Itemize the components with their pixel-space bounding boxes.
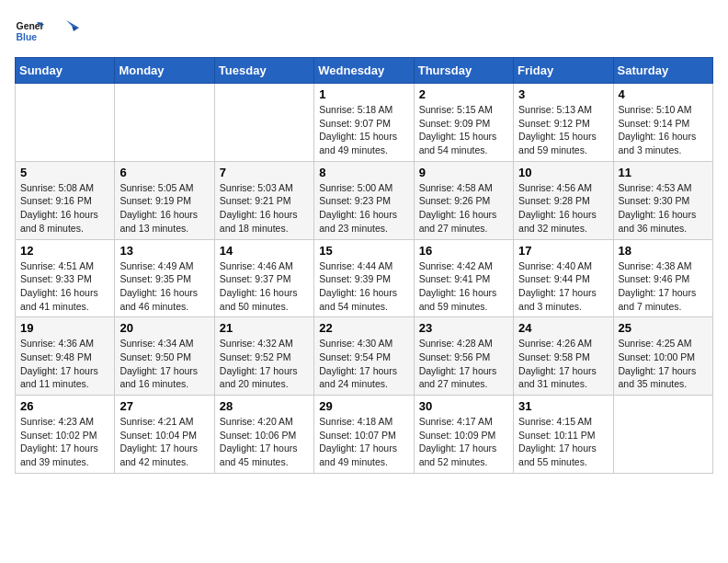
calendar-cell [16, 84, 115, 162]
day-number: 19 [20, 321, 109, 335]
calendar-cell: 27Sunrise: 4:21 AM Sunset: 10:04 PM Dayl… [115, 396, 214, 474]
column-header-friday: Friday [514, 58, 613, 84]
calendar-body: 1Sunrise: 5:18 AM Sunset: 9:07 PM Daylig… [16, 84, 713, 474]
day-number: 28 [220, 399, 309, 413]
day-info: Sunrise: 4:42 AM Sunset: 9:41 PM Dayligh… [419, 259, 508, 314]
calendar-week-row: 19Sunrise: 4:36 AM Sunset: 9:48 PM Dayli… [16, 317, 713, 396]
day-number: 15 [319, 244, 408, 258]
day-info: Sunrise: 4:53 AM Sunset: 9:30 PM Dayligh… [619, 181, 708, 236]
calendar-cell: 9Sunrise: 4:58 AM Sunset: 9:26 PM Daylig… [414, 161, 513, 239]
column-header-thursday: Thursday [414, 58, 513, 84]
day-number: 26 [20, 399, 109, 413]
day-info: Sunrise: 5:15 AM Sunset: 9:09 PM Dayligh… [419, 103, 508, 157]
day-number: 13 [119, 244, 209, 258]
calendar-cell: 17Sunrise: 4:40 AM Sunset: 9:44 PM Dayli… [514, 239, 613, 317]
day-info: Sunrise: 5:13 AM Sunset: 9:12 PM Dayligh… [518, 103, 608, 157]
day-number: 20 [119, 321, 209, 335]
calendar-cell [115, 84, 214, 162]
day-info: Sunrise: 4:26 AM Sunset: 9:58 PM Dayligh… [518, 337, 608, 391]
day-info: Sunrise: 5:10 AM Sunset: 9:14 PM Dayligh… [619, 103, 708, 157]
calendar-header-row: SundayMondayTuesdayWednesdayThursdayFrid… [16, 58, 713, 84]
calendar-cell: 1Sunrise: 5:18 AM Sunset: 9:07 PM Daylig… [314, 84, 414, 162]
calendar-cell: 29Sunrise: 4:18 AM Sunset: 10:07 PM Dayl… [314, 396, 414, 474]
calendar-cell: 14Sunrise: 4:46 AM Sunset: 9:37 PM Dayli… [214, 239, 313, 317]
day-number: 1 [319, 87, 408, 101]
day-info: Sunrise: 4:51 AM Sunset: 9:33 PM Dayligh… [20, 259, 109, 314]
day-number: 29 [319, 399, 408, 413]
column-header-saturday: Saturday [613, 58, 712, 84]
calendar-cell [613, 396, 712, 474]
calendar-cell: 21Sunrise: 4:32 AM Sunset: 9:52 PM Dayli… [214, 317, 313, 396]
calendar-cell: 8Sunrise: 5:00 AM Sunset: 9:23 PM Daylig… [314, 161, 414, 239]
day-number: 9 [419, 166, 508, 179]
day-number: 27 [119, 399, 209, 413]
day-info: Sunrise: 4:20 AM Sunset: 10:06 PM Daylig… [220, 415, 309, 469]
calendar-cell: 3Sunrise: 5:13 AM Sunset: 9:12 PM Daylig… [514, 84, 613, 162]
day-number: 30 [419, 399, 508, 413]
svg-text:Blue: Blue [17, 32, 38, 42]
calendar-cell: 19Sunrise: 4:36 AM Sunset: 9:48 PM Dayli… [16, 317, 115, 396]
day-number: 8 [319, 166, 408, 179]
calendar-cell: 2Sunrise: 5:15 AM Sunset: 9:09 PM Daylig… [414, 84, 513, 162]
calendar-week-row: 12Sunrise: 4:51 AM Sunset: 9:33 PM Dayli… [16, 239, 713, 317]
day-number: 6 [119, 166, 209, 179]
day-info: Sunrise: 4:21 AM Sunset: 10:04 PM Daylig… [119, 415, 209, 469]
day-info: Sunrise: 5:00 AM Sunset: 9:23 PM Dayligh… [319, 181, 408, 236]
column-header-tuesday: Tuesday [214, 58, 313, 84]
calendar-week-row: 1Sunrise: 5:18 AM Sunset: 9:07 PM Daylig… [16, 84, 713, 162]
calendar-cell: 13Sunrise: 4:49 AM Sunset: 9:35 PM Dayli… [115, 239, 214, 317]
day-info: Sunrise: 4:25 AM Sunset: 10:00 PM Daylig… [619, 337, 708, 391]
day-number: 7 [220, 166, 309, 179]
day-info: Sunrise: 4:38 AM Sunset: 9:46 PM Dayligh… [619, 259, 708, 314]
day-number: 21 [220, 321, 309, 335]
day-info: Sunrise: 4:32 AM Sunset: 9:52 PM Dayligh… [220, 337, 309, 391]
logo-icon: General Blue [15, 17, 44, 46]
day-number: 4 [619, 87, 708, 101]
day-number: 23 [419, 321, 508, 335]
day-number: 25 [619, 321, 708, 335]
day-info: Sunrise: 4:49 AM Sunset: 9:35 PM Dayligh… [119, 259, 209, 314]
calendar-cell: 16Sunrise: 4:42 AM Sunset: 9:41 PM Dayli… [414, 239, 513, 317]
header: General Blue [15, 15, 713, 48]
column-header-monday: Monday [115, 58, 214, 84]
day-info: Sunrise: 5:05 AM Sunset: 9:19 PM Dayligh… [119, 181, 209, 236]
day-number: 5 [20, 166, 109, 179]
day-info: Sunrise: 4:30 AM Sunset: 9:54 PM Dayligh… [319, 337, 408, 391]
column-header-wednesday: Wednesday [314, 58, 414, 84]
calendar-cell: 18Sunrise: 4:38 AM Sunset: 9:46 PM Dayli… [613, 239, 712, 317]
calendar-cell: 7Sunrise: 5:03 AM Sunset: 9:21 PM Daylig… [214, 161, 313, 239]
day-info: Sunrise: 4:15 AM Sunset: 10:11 PM Daylig… [518, 415, 608, 469]
calendar-cell: 6Sunrise: 5:05 AM Sunset: 9:19 PM Daylig… [115, 161, 214, 239]
calendar-cell: 22Sunrise: 4:30 AM Sunset: 9:54 PM Dayli… [314, 317, 414, 396]
calendar-cell: 4Sunrise: 5:10 AM Sunset: 9:14 PM Daylig… [613, 84, 712, 162]
day-info: Sunrise: 4:23 AM Sunset: 10:02 PM Daylig… [20, 415, 109, 469]
day-number: 14 [220, 244, 309, 258]
day-number: 16 [419, 244, 508, 258]
day-info: Sunrise: 4:44 AM Sunset: 9:39 PM Dayligh… [319, 259, 408, 314]
calendar-cell: 23Sunrise: 4:28 AM Sunset: 9:56 PM Dayli… [414, 317, 513, 396]
day-number: 3 [518, 87, 608, 101]
day-info: Sunrise: 4:36 AM Sunset: 9:48 PM Dayligh… [20, 337, 109, 391]
day-number: 18 [619, 244, 708, 258]
calendar-cell: 11Sunrise: 4:53 AM Sunset: 9:30 PM Dayli… [613, 161, 712, 239]
calendar-week-row: 5Sunrise: 5:08 AM Sunset: 9:16 PM Daylig… [16, 161, 713, 239]
day-info: Sunrise: 5:03 AM Sunset: 9:21 PM Dayligh… [220, 181, 309, 236]
calendar-cell [214, 84, 313, 162]
calendar-table: SundayMondayTuesdayWednesdayThursdayFrid… [15, 57, 713, 474]
calendar-cell: 12Sunrise: 4:51 AM Sunset: 9:33 PM Dayli… [16, 239, 115, 317]
calendar-cell: 15Sunrise: 4:44 AM Sunset: 9:39 PM Dayli… [314, 239, 414, 317]
day-number: 22 [319, 321, 408, 335]
day-info: Sunrise: 4:28 AM Sunset: 9:56 PM Dayligh… [419, 337, 508, 391]
day-info: Sunrise: 4:18 AM Sunset: 10:07 PM Daylig… [319, 415, 408, 469]
calendar-cell: 24Sunrise: 4:26 AM Sunset: 9:58 PM Dayli… [514, 317, 613, 396]
calendar-cell: 10Sunrise: 4:56 AM Sunset: 9:28 PM Dayli… [514, 161, 613, 239]
calendar-cell: 31Sunrise: 4:15 AM Sunset: 10:11 PM Dayl… [514, 396, 613, 474]
day-info: Sunrise: 4:40 AM Sunset: 9:44 PM Dayligh… [518, 259, 608, 314]
calendar-cell: 26Sunrise: 4:23 AM Sunset: 10:02 PM Dayl… [16, 396, 115, 474]
day-info: Sunrise: 4:56 AM Sunset: 9:28 PM Dayligh… [518, 181, 608, 236]
calendar-cell: 20Sunrise: 4:34 AM Sunset: 9:50 PM Dayli… [115, 317, 214, 396]
logo-bird-icon [48, 15, 81, 48]
calendar-cell: 5Sunrise: 5:08 AM Sunset: 9:16 PM Daylig… [16, 161, 115, 239]
calendar-cell: 28Sunrise: 4:20 AM Sunset: 10:06 PM Dayl… [214, 396, 313, 474]
day-info: Sunrise: 4:58 AM Sunset: 9:26 PM Dayligh… [419, 181, 508, 236]
